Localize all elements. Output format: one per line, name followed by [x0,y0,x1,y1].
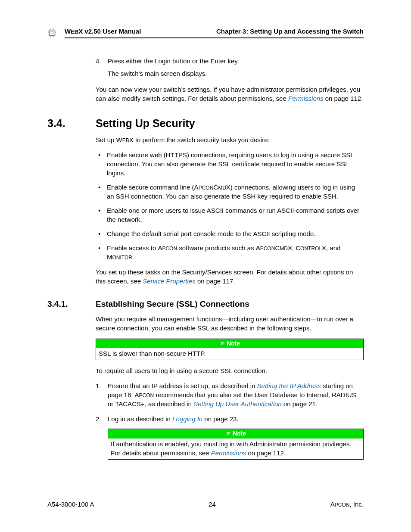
note-head-2: ☞Note [108,429,363,439]
link-permissions[interactable]: Permissions [288,95,324,102]
svg-rect-1 [51,31,53,34]
para-view-settings: You can now view your switch's settings.… [96,85,364,103]
section-3-4-num: 3.4. [47,116,96,131]
para-setup-tasks: You set up these tasks on the Security/S… [96,268,364,286]
sec34-bullets: Enable secure web (HTTPS) connections, r… [96,150,364,261]
note-auth-admin: ☞Note If authentication is enabled, you … [108,429,364,460]
page-header: WEBX v2.50 User Manual Chapter 3: Settin… [47,27,364,40]
footer-pagenum: 24 [209,500,216,509]
chip-icon [47,28,57,37]
step-4-body: Press either the Login button or the Ent… [108,56,364,65]
link-logging-in[interactable]: Logging In [172,415,202,423]
step-4-result: The switch's main screen displays. [108,69,364,78]
ssl-steps: Ensure that an IP address is set up, as … [96,381,364,460]
section-3-4-1-title: Establishing Secure (SSL) Connections [96,299,249,310]
link-permissions-2[interactable]: Permissions [211,449,246,457]
sec341-intro: When you require all management function… [96,314,364,333]
bullet-serial: Change the default serial port console m… [96,229,364,238]
bullet-ascii: Enable one or more users to issue ASCII … [96,206,364,224]
link-user-auth[interactable]: Setting Up User Authentication [193,400,282,408]
page-footer: A54-3000-100 A 24 APCON, Inc. [47,500,364,509]
svg-rect-0 [50,30,55,35]
bullet-ssh: Enable secure command line (APCONCMDX) c… [96,183,364,201]
hand-icon: ☞ [225,430,231,437]
section-3-4-1-heading: 3.4.1. Establishing Secure (SSL) Connect… [47,299,364,310]
sec34-intro: Set up WEBX to perform the switch securi… [96,135,364,144]
note-body: SSL is slower than non-secure HTTP. [96,348,363,360]
section-3-4-1-num: 3.4.1. [47,299,96,310]
note-body-2: If authentication is enabled, you must l… [108,439,363,459]
link-service-properties[interactable]: Service Properties [143,277,196,285]
section-3-4-title: Setting Up Security [96,116,195,131]
bullet-products: Enable access to APCON software products… [96,243,364,261]
header-left: WEBX v2.50 User Manual [65,27,141,36]
header-right: Chapter 3: Setting Up and Accessing the … [216,27,364,36]
note-ssl-slower: ☞Note SSL is slower than non-secure HTTP… [96,339,364,361]
step-4-num: 4. [96,56,108,65]
content: 4. Press either the Login button or the … [96,56,364,103]
step-4: 4. Press either the Login button or the … [96,56,364,65]
footer-docnum: A54-3000-100 A [47,500,94,509]
bullet-https: Enable secure web (HTTPS) connections, r… [96,150,364,177]
footer-company: APCON, Inc. [330,500,364,509]
para-require-ssl: To require all users to log in using a s… [96,366,364,375]
ssl-step-2: Log in as described in Logging In on pag… [96,414,364,460]
ssl-step-1: Ensure that an IP address is set up, as … [96,381,364,408]
section-3-4-heading: 3.4. Setting Up Security [47,116,364,131]
hand-icon: ☞ [219,340,225,347]
header-titles: WEBX v2.50 User Manual Chapter 3: Settin… [65,27,364,38]
link-setting-ip[interactable]: Setting the IP Address [257,382,321,389]
page: WEBX v2.50 User Manual Chapter 3: Settin… [0,0,411,532]
note-head: ☞Note [96,339,363,348]
